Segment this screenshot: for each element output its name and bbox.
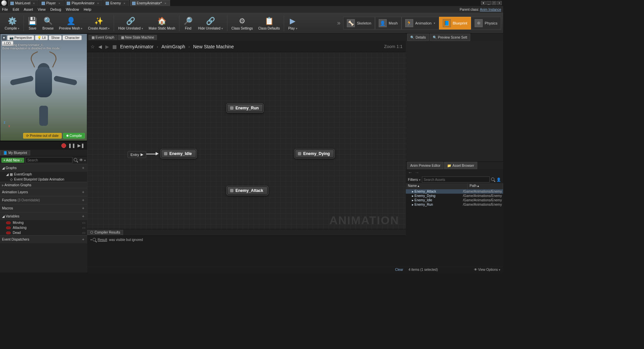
clear-compiler-button[interactable]: Clear xyxy=(395,268,403,271)
variable-item[interactable]: Attacking▭ xyxy=(0,225,87,230)
anim-preview-editor-tab[interactable]: Anim Preview Editor xyxy=(407,162,443,169)
state-enemy-attack[interactable]: Enemy_Attack xyxy=(226,186,268,195)
preview-out-of-date-button[interactable]: ⟳ Preview out of date xyxy=(23,133,61,139)
menu-help[interactable]: Help xyxy=(84,7,91,11)
class-settings-button[interactable]: ⚙Class Settings xyxy=(229,13,256,33)
close-tab-icon[interactable]: × xyxy=(58,2,60,5)
graph-tab[interactable]: ▦ New State Machine xyxy=(118,35,157,40)
hide-unrelated-button[interactable]: 🔗Hide Unrelated ▾ xyxy=(115,13,146,33)
breadcrumb-root[interactable]: EnemyAnimator xyxy=(120,44,154,49)
window-button[interactable]: ▾ xyxy=(481,1,486,5)
menu-window[interactable]: Window xyxy=(66,7,79,11)
mode-animation[interactable]: 🏃Animation ▾ xyxy=(401,17,439,30)
graphs-section[interactable]: ◢ Graphs＋ xyxy=(0,164,87,172)
my-blueprint-search[interactable] xyxy=(25,157,72,163)
minimize-button[interactable]: _ xyxy=(486,1,491,5)
document-tab[interactable]: Player× xyxy=(39,0,64,6)
var-visibility-icon[interactable]: ▭ xyxy=(82,231,85,235)
add-macro-button[interactable]: ＋ xyxy=(81,205,85,211)
asset-search-input[interactable] xyxy=(422,177,490,183)
variable-item[interactable]: Moving▭ xyxy=(0,220,87,225)
col-name[interactable]: Name ▴ xyxy=(406,183,468,189)
variables-section[interactable]: ◢ Variables＋ xyxy=(0,212,87,220)
compiler-results-tab[interactable]: ⎔ Compiler Results xyxy=(87,230,123,235)
ab-back-icon[interactable]: ← xyxy=(408,170,413,175)
asset-columns-header[interactable]: Name ▴ Path ▴ xyxy=(406,183,503,189)
add-variable-button[interactable]: ＋ xyxy=(81,213,85,219)
menu-asset[interactable]: Asset xyxy=(24,7,33,11)
details-tab[interactable]: 🔍 Details xyxy=(407,34,429,41)
breadcrumb-leaf[interactable]: New State Machine xyxy=(193,44,234,49)
asset-row[interactable]: ▸ Enemy_Dying/Game/Animations/Enemy xyxy=(406,194,503,198)
breadcrumb-mid[interactable]: AnimGraph xyxy=(161,44,185,49)
overflow-icon[interactable]: » xyxy=(334,19,343,27)
add-graph-button[interactable]: ＋ xyxy=(81,165,85,171)
graph-tab[interactable]: ▦ Event Graph xyxy=(89,35,117,40)
state-enemy-dying[interactable]: Enemy_Dying xyxy=(294,149,335,158)
filters-button[interactable]: Filters ▾ xyxy=(408,178,421,182)
asset-row[interactable]: ▸ Enemy_Idle/Game/Animations/Enemy xyxy=(406,198,503,202)
visibility-filter-icon[interactable]: 👁 ▾ xyxy=(79,158,86,162)
parent-class-link[interactable]: Anim Instance xyxy=(480,8,501,11)
document-tab[interactable]: Enemy× xyxy=(103,0,129,6)
nav-fwd-icon[interactable]: ▶ xyxy=(105,44,109,49)
state-machine-graph[interactable]: Entry ▶ Enemy_Idle Enemy_Run Enemy_Dying… xyxy=(87,52,406,229)
maximize-button[interactable]: □ xyxy=(492,1,496,5)
class-defaults-button[interactable]: 📋Class Defaults xyxy=(256,13,282,33)
favorite-icon[interactable]: ☆ xyxy=(91,44,95,49)
mode-skeleton[interactable]: 🦴Skeleton xyxy=(343,17,375,30)
character-button[interactable]: Character xyxy=(62,35,82,40)
play-button[interactable]: ▶Play ▾ xyxy=(285,13,300,33)
menu-edit[interactable]: Edit xyxy=(13,7,19,11)
event-dispatchers-section[interactable]: Event Dispatchers＋ xyxy=(0,235,87,243)
mode-blueprint[interactable]: 📘Blueprint xyxy=(439,17,471,30)
preview-scene-tab[interactable]: 🔍 Preview Scene Sett xyxy=(430,34,470,41)
view-options-button[interactable]: 👁 View Options ▾ xyxy=(474,268,500,271)
save-button[interactable]: 💾Save xyxy=(25,13,40,33)
var-visibility-icon[interactable]: ▭ xyxy=(82,221,85,225)
show-button[interactable]: Show xyxy=(49,35,62,40)
functions-section[interactable]: Functions (3 Overridable)＋ xyxy=(0,196,87,204)
nav-back-icon[interactable]: ◀ xyxy=(98,44,102,49)
add-function-button[interactable]: ＋ xyxy=(81,197,85,203)
user-filter-icon[interactable]: 👤 xyxy=(496,178,501,182)
event-bp-update-anim-item[interactable]: ◇ Event Blueprint Update Animation xyxy=(0,177,87,182)
asset-browser-tab[interactable]: 📁 Asset Browser xyxy=(444,162,477,169)
browse-button[interactable]: 🔍Browse xyxy=(40,13,56,33)
anim-layers-section[interactable]: Animation Layers＋ xyxy=(0,188,87,196)
document-tab[interactable]: EnemyAnimator*× xyxy=(130,0,170,6)
preview-mesh-button[interactable]: 👤Preview Mesh ▾ xyxy=(56,13,86,33)
menu-debug[interactable]: Debug xyxy=(50,7,61,11)
compiler-result-link[interactable]: Result xyxy=(98,238,107,242)
lit-button[interactable]: 💡 Lit xyxy=(35,35,48,40)
event-graph-item[interactable]: ◢ ▦ EventGraph xyxy=(0,172,87,177)
close-tab-icon[interactable]: × xyxy=(97,2,99,5)
hide-unrelated-2-button[interactable]: 🔗Hide Unrelated ▾ xyxy=(195,13,226,33)
viewport-menu-icon[interactable]: ▾ xyxy=(2,35,6,40)
asset-row[interactable]: ▸ Enemy_Run/Game/Animations/Enemy xyxy=(406,202,503,207)
menu-view[interactable]: View xyxy=(38,7,46,11)
ab-fwd-icon[interactable]: → xyxy=(415,170,419,175)
add-new-button[interactable]: + Add New ▾ xyxy=(1,158,24,163)
compile-button[interactable]: ⚙️Compile ▾ xyxy=(2,13,22,33)
var-visibility-icon[interactable]: ▭ xyxy=(82,226,85,230)
step-icon[interactable]: ▶❚ xyxy=(77,143,85,148)
add-anim-layer-button[interactable]: ＋ xyxy=(81,189,85,195)
mode-mesh[interactable]: 👤Mesh xyxy=(375,17,401,30)
viewport-compile-button[interactable]: ✱ Compile xyxy=(63,133,85,139)
close-window-button[interactable]: × xyxy=(497,1,502,5)
document-tab[interactable]: MainLevel× xyxy=(8,0,39,6)
create-asset-button[interactable]: ✨Create Asset ▾ xyxy=(85,13,112,33)
mode-physics[interactable]: ⚛Physics xyxy=(471,17,501,30)
add-dispatcher-button[interactable]: ＋ xyxy=(81,237,85,242)
preview-viewport[interactable]: ▾ 📷 Perspective 💡 Lit Show Character LOD… xyxy=(0,34,87,141)
state-enemy-idle[interactable]: Enemy_Idle xyxy=(160,149,197,158)
menu-file[interactable]: File xyxy=(2,7,8,11)
close-tab-icon[interactable]: × xyxy=(33,2,35,5)
anim-graphs-section[interactable]: ▹ Animation Graphs xyxy=(0,182,87,188)
perspective-button[interactable]: 📷 Perspective xyxy=(7,35,34,40)
state-enemy-run[interactable]: Enemy_Run xyxy=(226,103,264,113)
variable-item[interactable]: Dead▭ xyxy=(0,230,87,235)
document-tab[interactable]: PlayerAnimator× xyxy=(64,0,103,6)
find-button[interactable]: 🔎Find xyxy=(181,13,195,33)
